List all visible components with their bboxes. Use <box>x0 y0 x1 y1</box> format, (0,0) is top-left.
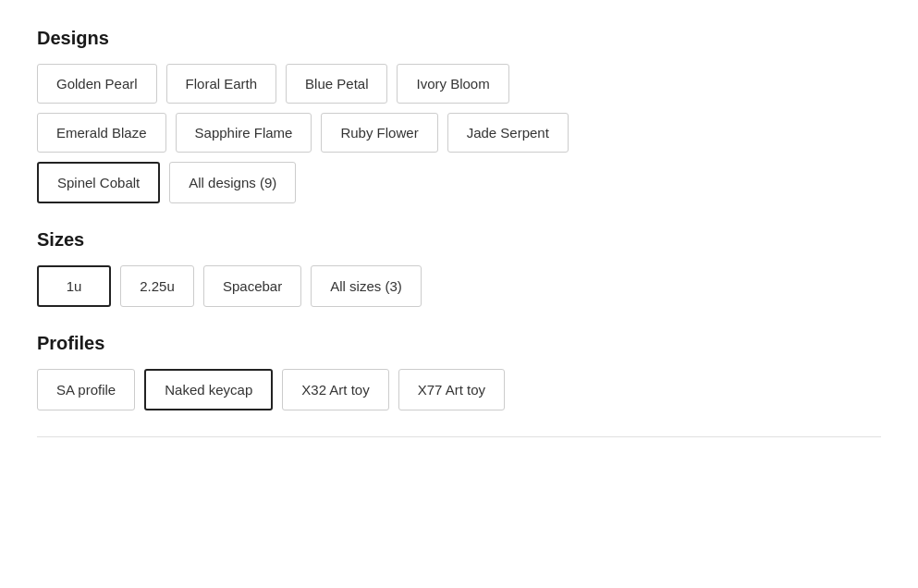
profile-naked-keycap[interactable]: Naked keycap <box>144 369 273 410</box>
profile-x32-art-toy[interactable]: X32 Art toy <box>282 369 388 410</box>
design-all-designs[interactable]: All designs (9) <box>169 162 296 203</box>
size-all-sizes[interactable]: All sizes (3) <box>311 265 422 307</box>
profiles-section: Profiles SA profile Naked keycap X32 Art… <box>37 333 881 410</box>
design-spinel-cobalt[interactable]: Spinel Cobalt <box>37 162 160 203</box>
bottom-divider <box>37 436 881 437</box>
sizes-section: Sizes 1u 2.25u Spacebar All sizes (3) <box>37 229 881 307</box>
sizes-row-1: 1u 2.25u Spacebar All sizes (3) <box>37 265 881 307</box>
design-emerald-blaze[interactable]: Emerald Blaze <box>37 113 166 153</box>
designs-row-3: Spinel Cobalt All designs (9) <box>37 162 881 203</box>
design-golden-pearl[interactable]: Golden Pearl <box>37 64 157 104</box>
designs-title: Designs <box>37 28 881 49</box>
designs-row-2: Emerald Blaze Sapphire Flame Ruby Flower… <box>37 113 881 153</box>
size-1u[interactable]: 1u <box>37 265 111 307</box>
design-ivory-bloom[interactable]: Ivory Bloom <box>397 64 508 104</box>
profile-sa[interactable]: SA profile <box>37 369 135 410</box>
size-2-25u[interactable]: 2.25u <box>120 265 194 307</box>
design-floral-earth[interactable]: Floral Earth <box>166 64 277 104</box>
profiles-row-1: SA profile Naked keycap X32 Art toy X77 … <box>37 369 881 410</box>
design-jade-serpent[interactable]: Jade Serpent <box>447 113 569 153</box>
design-blue-petal[interactable]: Blue Petal <box>286 64 387 104</box>
profiles-title: Profiles <box>37 333 881 354</box>
profile-x77-art-toy[interactable]: X77 Art toy <box>398 369 505 410</box>
designs-section: Designs Golden Pearl Floral Earth Blue P… <box>37 28 881 203</box>
design-ruby-flower[interactable]: Ruby Flower <box>321 113 437 153</box>
size-spacebar[interactable]: Spacebar <box>203 265 301 307</box>
sizes-title: Sizes <box>37 229 881 251</box>
design-sapphire-flame[interactable]: Sapphire Flame <box>176 113 312 153</box>
designs-row-1: Golden Pearl Floral Earth Blue Petal Ivo… <box>37 64 881 104</box>
